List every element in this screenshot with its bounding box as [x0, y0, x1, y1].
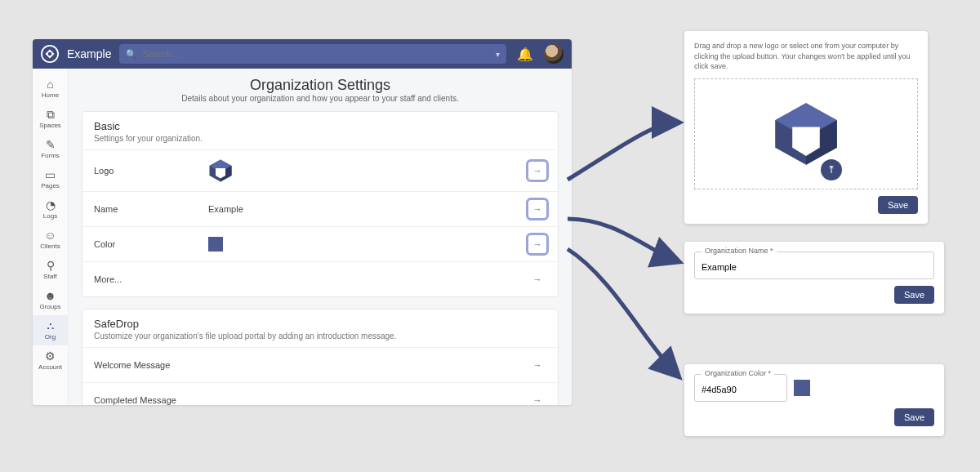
topbar: Example 🔍 ▾ 🔔: [33, 39, 572, 69]
brand-logo-icon: [41, 45, 59, 63]
popout-color: Organization Color * Save: [684, 364, 944, 436]
nav-groups[interactable]: ☻Groups: [33, 285, 68, 315]
home-icon: ⌂: [47, 78, 53, 90]
notifications-icon[interactable]: 🔔: [514, 47, 536, 62]
arrow-right-icon[interactable]: →: [528, 162, 546, 180]
arrow-right-icon[interactable]: →: [528, 200, 546, 218]
arrow-right-icon[interactable]: →: [528, 356, 546, 374]
save-button[interactable]: Save: [894, 408, 934, 426]
logo-hint: Drag and drop a new logo or select one f…: [694, 41, 918, 72]
search-field[interactable]: [142, 49, 491, 59]
color-swatch[interactable]: [794, 380, 810, 396]
row-welcome[interactable]: Welcome Message →: [82, 347, 558, 382]
org-logo-icon: [208, 158, 233, 183]
nav-org[interactable]: ⛬Org: [33, 315, 68, 345]
row-color[interactable]: Color →: [82, 226, 558, 261]
spaces-icon: ⧉: [47, 109, 55, 120]
popout-logo: Drag and drop a new logo or select one f…: [684, 31, 928, 224]
upload-button[interactable]: ⤒: [821, 159, 842, 180]
upload-icon: ⤒: [827, 164, 835, 176]
app-window: Example 🔍 ▾ 🔔 ⌂Home ⧉Spaces ✎Forms ▭Page…: [33, 39, 572, 405]
save-button[interactable]: Save: [894, 286, 934, 304]
clients-icon: ☺: [44, 229, 56, 241]
safedrop-title: SafeDrop: [94, 318, 546, 330]
page-subtitle: Details about your organization and how …: [82, 94, 559, 103]
nav-clients[interactable]: ☺Clients: [33, 225, 68, 255]
chevron-down-icon: ▾: [496, 50, 500, 59]
basic-card: Basic Settings for your organization. Lo…: [82, 111, 559, 297]
groups-icon: ☻: [44, 290, 56, 301]
save-button[interactable]: Save: [878, 196, 918, 214]
page-title: Organization Settings: [82, 77, 559, 94]
row-completed[interactable]: Completed Message →: [82, 382, 558, 405]
color-swatch: [208, 237, 223, 252]
org-name-input[interactable]: [702, 262, 927, 272]
nav-forms[interactable]: ✎Forms: [33, 134, 68, 164]
pages-icon: ▭: [45, 169, 56, 180]
basic-subtitle: Settings for your organization.: [94, 134, 546, 143]
arrow-right-icon[interactable]: →: [528, 235, 546, 253]
row-logo[interactable]: Logo →: [82, 149, 558, 191]
search-icon: 🔍: [126, 49, 137, 60]
org-logo-icon: [772, 100, 840, 168]
org-icon: ⛬: [45, 320, 56, 332]
org-color-field[interactable]: Organization Color *: [694, 374, 787, 402]
search-input[interactable]: 🔍 ▾: [119, 44, 506, 64]
row-more[interactable]: More... →: [82, 261, 558, 296]
nav-logs[interactable]: ◔Logs: [33, 194, 68, 225]
org-name-field[interactable]: Organization Name *: [694, 252, 934, 279]
row-name[interactable]: Name Example →: [82, 191, 558, 226]
nav-pages[interactable]: ▭Pages: [33, 164, 68, 194]
logs-icon: ◔: [46, 199, 56, 211]
popout-name: Organization Name * Save: [684, 242, 944, 314]
arrow-right-icon[interactable]: →: [528, 270, 546, 288]
avatar[interactable]: [544, 44, 564, 64]
forms-icon: ✎: [46, 139, 56, 150]
staff-icon: ⚲: [47, 260, 55, 271]
nav-staff[interactable]: ⚲Staff: [33, 255, 68, 285]
nav-account[interactable]: ⚙Account: [33, 345, 68, 376]
safedrop-card: SafeDrop Customize your organization's f…: [82, 309, 559, 405]
safedrop-subtitle: Customize your organization's file uploa…: [94, 332, 546, 341]
brand-name: Example: [67, 47, 111, 60]
nav-spaces[interactable]: ⧉Spaces: [33, 104, 68, 134]
logo-dropzone[interactable]: ⤒: [694, 78, 918, 189]
nav-home[interactable]: ⌂Home: [33, 73, 68, 104]
basic-title: Basic: [94, 120, 546, 132]
arrow-right-icon[interactable]: →: [528, 391, 546, 405]
side-nav: ⌂Home ⧉Spaces ✎Forms ▭Pages ◔Logs ☺Clien…: [33, 69, 69, 405]
account-icon: ⚙: [45, 350, 56, 362]
org-color-input[interactable]: [702, 385, 780, 394]
main-content: Organization Settings Details about your…: [69, 69, 572, 405]
